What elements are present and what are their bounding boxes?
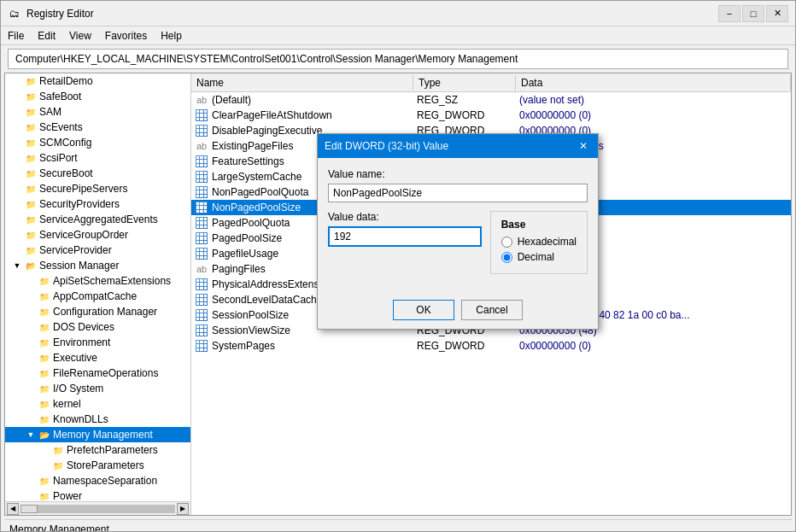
dword-grid-icon — [196, 109, 208, 121]
col-header-data[interactable]: Data — [516, 75, 791, 91]
dword-grid-icon4 — [196, 171, 208, 183]
folder-icon: 📁 — [24, 151, 38, 165]
tree-label: Environment — [53, 336, 110, 348]
value-data-input[interactable] — [328, 226, 482, 247]
title-bar: 🗂 Registry Editor − □ ✕ — [1, 1, 795, 26]
title-bar-controls: − □ ✕ — [718, 5, 788, 22]
tree-item-configmgr[interactable]: 📁 Configuration Manager — [5, 304, 190, 319]
tree-item-namespacesep[interactable]: 📁 NamespaceSeparation — [5, 473, 190, 488]
tree-horizontal-scrollbar[interactable]: ◀ ▶ — [5, 501, 190, 515]
tree-label: DOS Devices — [53, 321, 114, 333]
tree-label: SAM — [39, 106, 61, 118]
col-header-name[interactable]: Name — [191, 75, 413, 91]
tree-item-apisetext[interactable]: 📁 ApiSetSchemaExtensions — [5, 273, 190, 289]
tree-item-storeparams[interactable]: 📁 StoreParameters — [5, 458, 190, 473]
tree-item-appcompatcache[interactable]: 📁 AppCompatCache — [5, 289, 190, 304]
tree-label: Executive — [53, 352, 97, 364]
hex-label: Hexadecimal — [518, 236, 577, 248]
folder-icon: 📁 — [24, 182, 38, 196]
decimal-radio[interactable] — [501, 252, 512, 263]
folder-icon: 📁 — [38, 412, 51, 426]
folder-icon: 📁 — [24, 228, 38, 242]
tree-item-serviceaggregatedevents[interactable]: 📁 ServiceAggregatedEvents — [5, 212, 190, 227]
ok-button[interactable]: OK — [393, 300, 454, 320]
dword-grid-icon5 — [196, 186, 208, 198]
reg-type: REG_SZ — [417, 94, 519, 106]
close-button[interactable]: ✕ — [766, 5, 788, 22]
tree-item-secureboot[interactable]: 📁 SecureBoot — [5, 166, 190, 181]
col-header-type[interactable]: Type — [413, 75, 516, 91]
title-bar-left: 🗂 Registry Editor — [8, 7, 94, 20]
tree-item-sam[interactable]: 📁 SAM — [5, 104, 190, 120]
reg-name: SystemPages — [210, 340, 417, 352]
tree-scroll-area[interactable]: 📁 RetailDemo 📁 SafeBoot 📁 SAM 📁 ScEv — [5, 73, 190, 501]
scroll-right-arrow[interactable]: ▶ — [177, 503, 189, 515]
reg-dword-icon — [193, 308, 210, 322]
reg-row-systempages[interactable]: SystemPages REG_DWORD 0x00000000 (0) — [191, 338, 791, 354]
folder-open-icon: 📂 — [38, 428, 51, 441]
tree-item-servicegrouporder[interactable]: 📁 ServiceGroupOrder — [5, 227, 190, 243]
scroll-thumb[interactable] — [20, 505, 38, 513]
status-text: Memory Management — [9, 523, 109, 533]
tree-item-iosystem[interactable]: 📁 I/O System — [5, 381, 190, 396]
folder-icon: 📁 — [24, 74, 38, 88]
tree-item-retaildemo[interactable]: 📁 RetailDemo — [5, 73, 190, 89]
tree-item-securityproviders[interactable]: 📁 SecurityProviders — [5, 196, 190, 212]
window-title: Registry Editor — [26, 8, 94, 20]
menu-file[interactable]: File — [1, 28, 31, 44]
tree-item-environment[interactable]: 📁 Environment — [5, 335, 190, 350]
address-bar[interactable]: Computer\HKEY_LOCAL_MACHINE\SYSTEM\Contr… — [8, 49, 788, 69]
menu-favorites[interactable]: Favorites — [98, 28, 154, 44]
reg-name: ClearPageFileAtShutdown — [210, 109, 417, 121]
dword-grid-icon3 — [196, 155, 208, 167]
value-data-label: Value data: — [328, 211, 482, 223]
hexadecimal-radio[interactable] — [501, 237, 512, 248]
reg-row-clearpagefile[interactable]: ClearPageFileAtShutdown REG_DWORD 0x0000… — [191, 108, 791, 123]
reg-dword-icon — [193, 170, 210, 184]
tree-item-dosdevices[interactable]: 📁 DOS Devices — [5, 319, 190, 335]
tree-item-prefetchparams[interactable]: 📁 PrefetchParameters — [5, 442, 190, 458]
maximize-button[interactable]: □ — [742, 5, 764, 22]
menu-bar: File Edit View Favorites Help — [1, 26, 795, 45]
tree-label: SecurityProviders — [39, 198, 120, 210]
tree-item-power[interactable]: 📁 Power — [5, 488, 190, 501]
address-path: Computer\HKEY_LOCAL_MACHINE\SYSTEM\Contr… — [15, 53, 518, 65]
tree-label: SecurePipeServers — [39, 183, 127, 195]
dialog-close-button[interactable]: ✕ — [576, 138, 591, 154]
folder-icon: 📁 — [24, 167, 38, 180]
folder-icon: 📂 — [24, 259, 38, 272]
tree-item-memory-management[interactable]: ▼ 📂 Memory Management — [5, 427, 190, 442]
minimize-button[interactable]: − — [718, 5, 740, 22]
dword-grid-icon12 — [196, 309, 208, 321]
menu-view[interactable]: View — [62, 28, 98, 44]
reg-dword-icon — [193, 155, 210, 168]
folder-icon: 📁 — [38, 397, 51, 411]
tree-item-scmconfig[interactable]: 📁 SCMConfig — [5, 135, 190, 150]
reg-name: (Default) — [210, 94, 417, 106]
tree-label: ServiceAggregatedEvents — [39, 213, 158, 225]
menu-edit[interactable]: Edit — [31, 28, 62, 44]
tree-item-securepipeservers[interactable]: 📁 SecurePipeServers — [5, 181, 190, 196]
tree-item-scsiport[interactable]: 📁 ScsiPort — [5, 150, 190, 166]
cancel-button[interactable]: Cancel — [461, 300, 523, 320]
reg-type: REG_DWORD — [417, 109, 519, 121]
tree-item-serviceprovider[interactable]: 📁 ServiceProvider — [5, 243, 190, 258]
tree-item-executive[interactable]: 📁 Executive — [5, 350, 190, 365]
tree-item-filerenameops[interactable]: 📁 FileRenameOperations — [5, 365, 190, 381]
tree-item-session-manager[interactable]: ▼ 📂 Session Manager — [5, 258, 190, 273]
tree-item-kernel[interactable]: 📁 kernel — [5, 396, 190, 412]
folder-icon: 📁 — [24, 136, 38, 149]
tree-label: ApiSetSchemaExtensions — [53, 275, 171, 287]
dialog-title: Edit DWORD (32-bit) Value — [325, 140, 448, 152]
menu-help[interactable]: Help — [154, 28, 189, 44]
tree-item-safeboot[interactable]: 📁 SafeBoot — [5, 89, 190, 104]
scroll-left-arrow[interactable]: ◀ — [7, 503, 19, 515]
expand-arrow: ▼ — [12, 261, 22, 270]
tree-item-scevents[interactable]: 📁 ScEvents — [5, 120, 190, 135]
tree-label: AppCompatCache — [53, 290, 137, 302]
value-name-label: Value name: — [328, 168, 588, 180]
dword-grid-icon10 — [196, 278, 208, 290]
tree-item-knowndlls[interactable]: 📁 KnownDLLs — [5, 412, 190, 427]
reg-dword-icon — [193, 216, 210, 230]
reg-row-default[interactable]: ab (Default) REG_SZ (value not set) — [191, 92, 791, 108]
